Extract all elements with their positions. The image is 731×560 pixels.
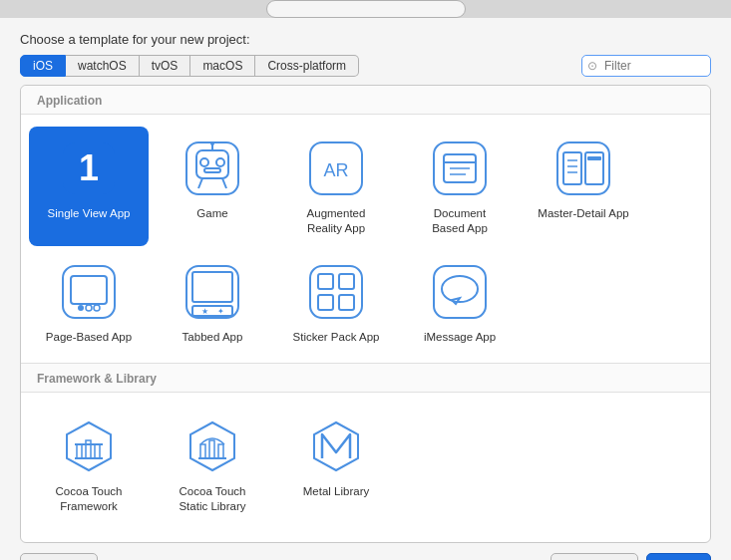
document-app-icon	[428, 137, 492, 200]
svg-text:1: 1	[79, 147, 99, 188]
svg-rect-30	[186, 266, 238, 318]
template-tabbed-app[interactable]: ★ ✦ Tabbed App	[153, 250, 272, 355]
sticker-pack-label: Sticker Pack App	[293, 330, 380, 345]
dialog-footer: Cancel Previous Next	[0, 543, 731, 560]
svg-rect-45	[86, 440, 91, 458]
svg-rect-36	[318, 274, 333, 289]
imessage-app-icon	[428, 260, 492, 324]
svg-rect-24	[587, 156, 601, 160]
ar-app-label: AugmentedReality App	[307, 206, 366, 236]
filter-wrap: ⊙	[581, 55, 711, 77]
section-header-framework: Framework & Library	[21, 364, 710, 393]
next-button[interactable]: Next	[646, 553, 711, 560]
svg-point-5	[216, 158, 224, 166]
svg-rect-38	[318, 295, 333, 310]
template-metal-library[interactable]: Metal Library	[276, 405, 396, 524]
template-cocoa-static-library[interactable]: Cocoa TouchStatic Library	[153, 405, 272, 524]
svg-rect-37	[339, 274, 354, 289]
dialog: Choose a template for your new project: …	[0, 18, 731, 560]
tab-tvos[interactable]: tvOS	[140, 55, 191, 77]
svg-marker-43	[67, 422, 111, 470]
svg-point-4	[200, 158, 208, 166]
single-view-app-icon: 1	[57, 137, 121, 200]
svg-line-10	[222, 178, 226, 188]
svg-rect-51	[209, 440, 214, 458]
section-header-application: Application	[21, 86, 710, 115]
template-ar-app[interactable]: AR AugmentedReality App	[276, 127, 396, 246]
ar-app-icon: AR	[304, 137, 368, 200]
template-game[interactable]: Game	[153, 127, 272, 246]
master-detail-label: Master-Detail App	[538, 206, 628, 221]
tabbed-app-icon: ★ ✦	[181, 260, 244, 324]
svg-rect-31	[192, 272, 232, 302]
single-view-app-label: Single View App	[48, 206, 131, 221]
template-sticker-pack[interactable]: Sticker Pack App	[276, 250, 396, 355]
cocoa-framework-icon	[57, 415, 121, 478]
dialog-prompt: Choose a template for your new project:	[0, 18, 731, 55]
nav-buttons: Previous Next	[550, 553, 711, 560]
svg-rect-32	[192, 306, 232, 316]
tabbed-app-label: Tabbed App	[183, 330, 243, 345]
svg-point-8	[210, 141, 214, 145]
svg-point-28	[86, 305, 92, 311]
imessage-app-label: iMessage App	[424, 330, 496, 345]
page-based-label: Page-Based App	[46, 330, 132, 345]
svg-rect-6	[204, 168, 220, 172]
svg-rect-26	[71, 276, 107, 304]
cocoa-static-library-label: Cocoa TouchStatic Library	[179, 484, 245, 514]
svg-rect-46	[95, 444, 100, 458]
svg-point-29	[94, 305, 100, 311]
page-based-icon	[57, 260, 121, 324]
metal-library-icon	[304, 415, 368, 478]
cocoa-static-library-icon	[181, 415, 244, 478]
svg-rect-50	[200, 444, 205, 458]
svg-text:AR: AR	[323, 160, 348, 180]
title-bar	[0, 0, 731, 18]
document-app-label: DocumentBased App	[432, 206, 488, 236]
framework-grid: Cocoa TouchFramework Cocoa	[21, 393, 710, 532]
svg-marker-54	[314, 422, 358, 470]
filter-icon: ⊙	[587, 59, 597, 73]
svg-rect-44	[77, 444, 82, 458]
template-master-detail[interactable]: Master-Detail App	[524, 127, 643, 246]
svg-marker-49	[190, 422, 234, 470]
metal-library-label: Metal Library	[303, 484, 369, 499]
svg-text:★: ★	[201, 307, 208, 316]
tab-watchos[interactable]: watchOS	[66, 55, 140, 77]
tabs-row: iOS watchOS tvOS macOS Cross-platform ⊙	[0, 55, 731, 85]
application-grid: 1 Single View App	[21, 115, 710, 363]
filter-input[interactable]	[581, 55, 711, 77]
svg-rect-19	[563, 152, 581, 184]
template-cocoa-framework[interactable]: Cocoa TouchFramework	[29, 405, 149, 524]
template-imessage-app[interactable]: iMessage App	[400, 250, 520, 355]
svg-rect-39	[339, 295, 354, 310]
tab-macos[interactable]: macOS	[190, 55, 255, 77]
sticker-pack-icon	[304, 260, 368, 324]
tab-ios[interactable]: iOS	[20, 55, 66, 77]
svg-line-9	[198, 178, 202, 188]
svg-rect-18	[557, 142, 609, 194]
master-detail-icon	[551, 137, 615, 200]
game-label: Game	[196, 206, 227, 221]
template-document-app[interactable]: DocumentBased App	[400, 127, 520, 246]
title-bar-field	[266, 0, 466, 18]
svg-rect-52	[218, 444, 223, 458]
cocoa-framework-label: Cocoa TouchFramework	[56, 484, 123, 514]
template-page-based[interactable]: Page-Based App	[29, 250, 149, 355]
game-icon	[181, 137, 244, 200]
template-content: Application 1 Single View App	[20, 85, 711, 543]
svg-point-27	[78, 305, 84, 311]
previous-button[interactable]: Previous	[550, 553, 639, 560]
cancel-button[interactable]: Cancel	[20, 553, 98, 560]
tab-cross-platform[interactable]: Cross-platform	[255, 55, 359, 77]
svg-text:✦: ✦	[217, 307, 224, 316]
template-single-view-app[interactable]: 1 Single View App	[29, 127, 149, 246]
